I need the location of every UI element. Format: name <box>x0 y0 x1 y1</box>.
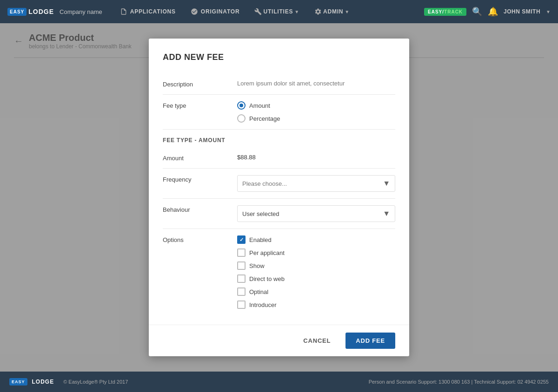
checkbox-show-box <box>237 261 246 270</box>
description-value: Lorem ipsum dolor sit amet, consectetur <box>237 80 395 87</box>
logo[interactable]: EASY LODGE <box>7 8 54 16</box>
nav-item-utilities-label: UTILITIES <box>263 8 293 15</box>
utilities-dropdown-arrow: ▼ <box>294 9 299 14</box>
frequency-dropdown-arrow: ▼ <box>383 179 390 188</box>
radio-amount[interactable]: Amount <box>237 101 395 110</box>
checkbox-per-applicant-label: Per applicant <box>249 249 285 256</box>
behaviour-label: Behaviour <box>163 205 237 213</box>
checkbox-introducer-label: Introducer <box>249 301 277 308</box>
radio-percentage[interactable]: Percentage <box>237 114 395 123</box>
bottom-footer: EASY LODGE © EasyLodge® Pty Ltd 2017 Per… <box>0 372 558 392</box>
user-name[interactable]: JOHN SMITH <box>504 8 540 15</box>
checkbox-direct-to-web-label: Direct to web <box>249 275 285 282</box>
nav-item-utilities[interactable]: UTILITIES ▼ <box>248 4 306 19</box>
footer-copyright: © EasyLodge® Pty Ltd 2017 <box>63 379 128 385</box>
description-row: Description Lorem ipsum dolor sit amet, … <box>163 73 395 95</box>
radio-percentage-label: Percentage <box>249 115 280 122</box>
modal-title: ADD NEW FEE <box>163 52 395 62</box>
nav-item-admin-label: ADMIN <box>323 8 343 15</box>
radio-amount-circle <box>237 101 246 110</box>
footer-logo-box: EASY <box>9 378 27 385</box>
add-new-fee-modal: ADD NEW FEE Description Lorem ipsum dolo… <box>149 39 409 356</box>
checkbox-introducer[interactable]: Introducer <box>237 301 395 309</box>
company-name: Company name <box>60 8 102 15</box>
behaviour-dropdown[interactable]: User selected ▼ <box>237 205 395 222</box>
options-row: Options Enabled Per applicant <box>163 229 395 315</box>
nav-item-admin[interactable]: ADMIN ▼ <box>308 4 356 19</box>
checkboxes-group: Enabled Per applicant Show <box>237 235 395 309</box>
nav-item-originator-label: ORIGINATOR <box>201 8 240 15</box>
fee-type-options: Amount Percentage <box>237 101 395 123</box>
content-area: ← ACME Product belongs to Lender - Commo… <box>0 23 558 372</box>
description-label: Description <box>163 80 237 88</box>
nav-right: EASY/TRACK 🔍 🔔 JOHN SMITH ▼ <box>424 7 551 17</box>
checkbox-show[interactable]: Show <box>237 261 395 270</box>
radio-group: Amount Percentage <box>237 101 395 123</box>
footer-lodge-text: LODGE <box>32 379 54 385</box>
nav-items: APPLICATIONS ORIGINATOR UTILITIES ▼ ADMI… <box>113 4 424 19</box>
nav-item-originator[interactable]: ORIGINATOR <box>184 4 246 19</box>
frequency-row: Frequency Please choose... ▼ <box>163 169 395 199</box>
checkbox-per-applicant[interactable]: Per applicant <box>237 248 395 257</box>
footer-logo: EASY LODGE <box>9 378 54 385</box>
checkbox-direct-to-web[interactable]: Direct to web <box>237 274 395 283</box>
easy-logo-text: EASY <box>10 9 24 14</box>
checkbox-enabled-label: Enabled <box>249 236 272 243</box>
cancel-button[interactable]: CANCEL <box>296 333 338 348</box>
top-navigation: EASY LODGE Company name APPLICATIONS ORI… <box>0 0 558 23</box>
radio-amount-label: Amount <box>249 102 270 109</box>
checkbox-show-label: Show <box>249 262 265 269</box>
behaviour-row: Behaviour User selected ▼ <box>163 199 395 229</box>
easy-logo-box: EASY <box>7 8 27 16</box>
checkbox-introducer-box <box>237 301 246 309</box>
fee-type-row: Fee type Amount Percentage <box>163 95 395 130</box>
checkbox-group: Enabled Per applicant Show <box>237 235 395 309</box>
footer-support: Person and Scenario Support: 1300 080 16… <box>369 379 549 385</box>
frequency-label: Frequency <box>163 175 237 183</box>
lodge-text: LODGE <box>28 8 54 15</box>
checkbox-optinal[interactable]: Optinal <box>237 287 395 296</box>
options-label: Options <box>163 235 237 243</box>
behaviour-value: User selected <box>242 210 279 217</box>
fee-type-label: Fee type <box>163 101 237 109</box>
nav-item-applications[interactable]: APPLICATIONS <box>113 4 182 19</box>
admin-dropdown-arrow: ▼ <box>345 9 350 14</box>
nav-item-applications-label: APPLICATIONS <box>130 8 176 15</box>
checkbox-optinal-box <box>237 287 246 296</box>
frequency-placeholder: Please choose... <box>242 180 287 187</box>
radio-percentage-circle <box>237 114 246 123</box>
fee-type-section-header: FEE TYPE - AMOUNT <box>163 130 395 147</box>
frequency-dropdown[interactable]: Please choose... ▼ <box>237 175 395 192</box>
modal-body: ADD NEW FEE Description Lorem ipsum dolo… <box>149 39 409 325</box>
amount-label: Amount <box>163 154 237 162</box>
amount-row: Amount $88.88 <box>163 147 395 169</box>
modal-footer: CANCEL ADD FEE <box>149 325 409 356</box>
modal-overlay: ADD NEW FEE Description Lorem ipsum dolo… <box>0 23 558 372</box>
amount-value: $88.88 <box>237 154 395 161</box>
behaviour-dropdown-arrow: ▼ <box>383 209 390 218</box>
easy-track-badge[interactable]: EASY/TRACK <box>424 8 466 16</box>
checkbox-enabled-box <box>237 235 246 244</box>
footer-easy-text: EASY <box>12 379 25 384</box>
easy-track-track: TRACK <box>444 9 463 14</box>
checkbox-enabled[interactable]: Enabled <box>237 235 395 244</box>
add-fee-button[interactable]: ADD FEE <box>345 333 395 349</box>
checkbox-per-applicant-box <box>237 248 246 257</box>
checkbox-direct-to-web-box <box>237 274 246 283</box>
checkbox-optinal-label: Optinal <box>249 288 268 295</box>
search-icon[interactable]: 🔍 <box>472 7 482 17</box>
easy-track-easy: EASY <box>428 9 442 14</box>
user-dropdown-arrow[interactable]: ▼ <box>546 9 551 14</box>
bell-icon[interactable]: 🔔 <box>488 7 498 17</box>
